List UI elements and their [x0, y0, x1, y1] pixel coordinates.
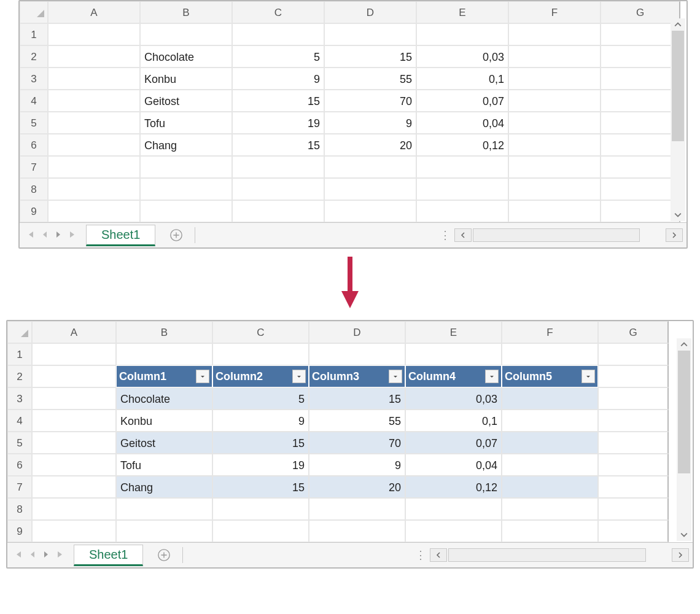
cell-G8[interactable] — [601, 178, 680, 200]
filter-dropdown-icon[interactable] — [196, 370, 209, 383]
cell-G3[interactable] — [601, 68, 680, 90]
row-header-5[interactable]: 5 — [20, 112, 48, 134]
cell-F8[interactable] — [508, 178, 601, 200]
grid-after[interactable]: ABCDEFG12Column1Column2Column3Column4Col… — [7, 321, 693, 542]
cell-E2[interactable]: 0,03 — [416, 45, 508, 68]
cell-C4[interactable]: 9 — [212, 410, 309, 432]
scroll-up-icon[interactable] — [677, 338, 691, 351]
cell-E4[interactable]: 0,1 — [405, 410, 502, 432]
cell-A9[interactable] — [48, 200, 140, 222]
filter-dropdown-icon[interactable] — [389, 370, 402, 383]
row-header-5[interactable]: 5 — [7, 432, 32, 454]
row-header-1[interactable]: 1 — [7, 343, 32, 365]
filter-dropdown-icon[interactable] — [581, 370, 595, 383]
row-header-3[interactable]: 3 — [7, 387, 32, 410]
cell-F4[interactable] — [502, 410, 598, 432]
cell-A5[interactable] — [48, 112, 140, 134]
cell-B8[interactable] — [116, 498, 212, 520]
cell-C7[interactable]: 15 — [212, 476, 309, 498]
row-header-6[interactable]: 6 — [20, 134, 48, 156]
cell-A4[interactable] — [32, 410, 116, 432]
cell-C2[interactable]: Column2 — [212, 365, 309, 387]
cell-A5[interactable] — [32, 432, 116, 454]
hscroll-right-icon[interactable] — [672, 548, 689, 562]
cell-C3[interactable]: 9 — [232, 68, 324, 90]
cell-A3[interactable] — [48, 68, 140, 90]
filter-dropdown-icon[interactable] — [292, 370, 306, 383]
cell-B6[interactable]: Tofu — [116, 454, 212, 476]
row-header-4[interactable]: 4 — [7, 410, 32, 432]
row-header-9[interactable]: 9 — [20, 200, 48, 222]
cell-F2[interactable] — [508, 45, 601, 68]
cell-G1[interactable] — [598, 343, 669, 365]
column-header-F[interactable]: F — [502, 321, 598, 343]
hscroll-left-icon[interactable] — [454, 228, 472, 242]
cell-C6[interactable]: 19 — [212, 454, 309, 476]
cell-G8[interactable] — [598, 498, 669, 520]
row-header-3[interactable]: 3 — [20, 68, 48, 90]
cell-G5[interactable] — [601, 112, 680, 134]
hscroll-left-icon[interactable] — [430, 548, 447, 562]
tab-nav-prev-icon[interactable] — [41, 228, 49, 243]
cell-D4[interactable]: 55 — [309, 410, 405, 432]
filter-dropdown-icon[interactable] — [485, 370, 499, 383]
hscroll-right-icon[interactable] — [666, 228, 683, 242]
cell-C7[interactable] — [232, 156, 324, 178]
vertical-scrollbar[interactable] — [671, 18, 685, 221]
cell-A1[interactable] — [32, 343, 116, 365]
column-header-F[interactable]: F — [508, 1, 601, 23]
cell-B5[interactable]: Tofu — [140, 112, 232, 134]
cell-B1[interactable] — [116, 343, 212, 365]
cell-E7[interactable] — [416, 156, 508, 178]
row-header-8[interactable]: 8 — [7, 498, 32, 520]
sheet-tab[interactable]: Sheet1 — [74, 545, 143, 566]
cell-D5[interactable]: 9 — [324, 112, 416, 134]
cell-F1[interactable] — [502, 343, 598, 365]
cell-A6[interactable] — [32, 454, 116, 476]
tab-nav-next-icon[interactable] — [54, 228, 63, 243]
cell-B4[interactable]: Konbu — [116, 410, 212, 432]
cell-A2[interactable] — [32, 365, 116, 387]
cell-B1[interactable] — [140, 23, 232, 45]
cell-F8[interactable] — [502, 498, 598, 520]
horizontal-scrollbar[interactable]: ⋮ — [413, 548, 693, 562]
cell-G2[interactable] — [601, 45, 680, 68]
cell-D9[interactable] — [324, 200, 416, 222]
row-header-4[interactable]: 4 — [20, 90, 48, 112]
select-all-corner[interactable] — [20, 1, 48, 23]
cell-E6[interactable]: 0,12 — [416, 134, 508, 156]
cell-E6[interactable]: 0,04 — [405, 454, 502, 476]
cell-F7[interactable] — [502, 476, 598, 498]
scroll-up-icon[interactable] — [671, 18, 685, 31]
cell-E9[interactable] — [416, 200, 508, 222]
cell-A7[interactable] — [48, 156, 140, 178]
scroll-down-icon[interactable] — [677, 529, 691, 541]
column-header-E[interactable]: E — [405, 321, 502, 343]
cell-C4[interactable]: 15 — [232, 90, 324, 112]
cell-D7[interactable]: 20 — [309, 476, 405, 498]
cell-G1[interactable] — [601, 23, 680, 45]
column-header-C[interactable]: C — [232, 1, 324, 23]
cell-G7[interactable] — [601, 156, 680, 178]
row-header-2[interactable]: 2 — [20, 45, 48, 68]
tab-nav-prev-icon[interactable] — [28, 548, 37, 563]
grip-icon[interactable]: ⋮ — [413, 548, 429, 562]
cell-E3[interactable]: 0,03 — [405, 387, 502, 410]
cell-G3[interactable] — [598, 387, 669, 410]
cell-F6[interactable] — [502, 454, 598, 476]
cell-D2[interactable]: Column3 — [309, 365, 405, 387]
cell-D3[interactable]: 15 — [309, 387, 405, 410]
cell-G4[interactable] — [598, 410, 669, 432]
horizontal-scrollbar[interactable]: ⋮ — [437, 228, 686, 242]
column-header-E[interactable]: E — [416, 1, 508, 23]
cell-C6[interactable]: 15 — [232, 134, 324, 156]
add-sheet-button[interactable] — [155, 546, 173, 564]
cell-E3[interactable]: 0,1 — [416, 68, 508, 90]
cell-D5[interactable]: 70 — [309, 432, 405, 454]
cell-E5[interactable]: 0,07 — [405, 432, 502, 454]
cell-A8[interactable] — [48, 178, 140, 200]
cell-A3[interactable] — [32, 387, 116, 410]
cell-E8[interactable] — [416, 178, 508, 200]
cell-D6[interactable]: 9 — [309, 454, 405, 476]
cell-F4[interactable] — [508, 90, 601, 112]
